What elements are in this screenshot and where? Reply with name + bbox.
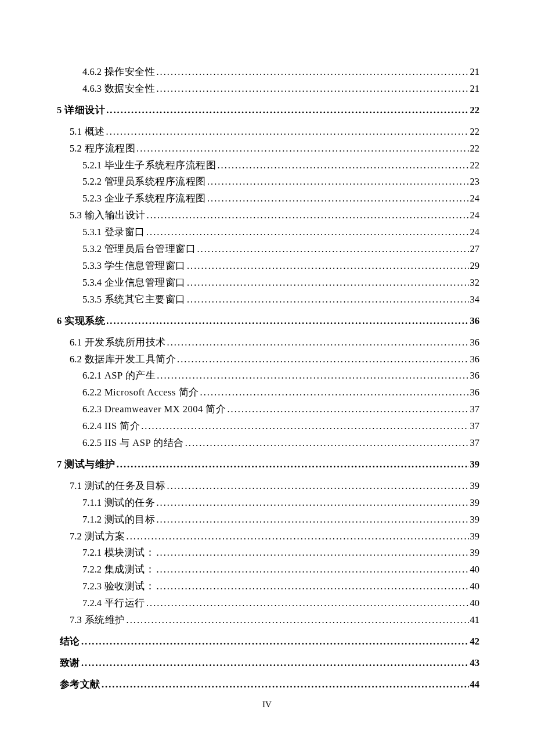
- toc-entry-number: 6.2: [70, 352, 82, 366]
- toc-entry-number: 6.2.2: [82, 386, 102, 399]
- toc-entry-title: 数据安全性: [104, 82, 156, 96]
- toc-entry: 4.6.3数据安全性21: [57, 82, 479, 96]
- toc-entry: 5.3.5系统其它主要窗口34: [57, 293, 479, 307]
- toc-entry-title: 测试方案: [85, 530, 125, 543]
- toc-entry-page: 39: [470, 479, 480, 493]
- toc-leader-dots: [217, 159, 468, 172]
- toc-entry: 7.2.4平行运行40: [57, 596, 479, 610]
- toc-leader-dots: [167, 336, 469, 350]
- toc-entry-title: 企业信息管理窗口: [104, 276, 186, 290]
- toc-leader-dots: [127, 613, 469, 627]
- toc-entry: 6.2.4IIS 简介37: [57, 419, 479, 433]
- toc-leader-dots: [146, 596, 469, 610]
- toc-entry-title: 验收测试：: [104, 579, 156, 593]
- toc-entry-page: 37: [470, 402, 480, 416]
- toc-leader-dots: [185, 436, 469, 450]
- toc-leader-dots: [207, 192, 469, 206]
- toc-entry: 5.3.2管理员后台管理窗口27: [57, 242, 479, 256]
- toc-leader-dots: [197, 242, 468, 256]
- toc-entry-number: 7.2.3: [82, 579, 102, 593]
- toc-entry-page: 22: [470, 142, 480, 156]
- toc-entry: 7.2.2集成测试：40: [57, 563, 479, 577]
- toc-entry-number: 4.6.2: [82, 65, 102, 79]
- toc-entry-title: ASP 的产生: [104, 369, 156, 383]
- toc-entry-number: 6.2.3: [82, 402, 102, 416]
- toc-leader-dots: [177, 352, 468, 366]
- toc-leader-dots: [156, 546, 468, 560]
- table-of-contents: 4.6.2操作安全性214.6.3数据安全性215详细设计225.1概述225.…: [57, 65, 479, 692]
- toc-entry-number: 5.3.2: [82, 242, 102, 256]
- toc-entry-page: 36: [470, 369, 480, 383]
- toc-entry-number: 7.1.2: [82, 513, 102, 527]
- toc-entry-page: 22: [470, 159, 480, 172]
- toc-entry-number: 5.3: [70, 208, 82, 222]
- toc-leader-dots: [127, 530, 469, 543]
- toc-entry: 7.2.1模块测试：39: [57, 546, 479, 560]
- toc-gap: [57, 453, 479, 458]
- toc-entry-page: 39: [470, 496, 480, 510]
- toc-entry-title: 详细设计: [64, 103, 105, 117]
- toc-entry-number: 7.2: [70, 530, 82, 543]
- toc-leader-dots: [156, 513, 468, 527]
- toc-entry-page: 24: [470, 225, 480, 239]
- toc-gap: [57, 99, 479, 103]
- toc-leader-dots: [156, 65, 468, 79]
- toc-entry-title: 概述: [85, 125, 105, 139]
- toc-entry-title: 测试的任务: [104, 496, 156, 510]
- toc-gap: [57, 474, 479, 479]
- toc-leader-dots: [141, 419, 468, 433]
- toc-leader-dots: [106, 314, 468, 328]
- toc-entry-title: 开发系统所用技术: [85, 336, 166, 350]
- toc-entry: 5详细设计22: [57, 103, 479, 117]
- toc-entry-number: 4.6.3: [82, 82, 102, 96]
- toc-entry-page: 36: [470, 314, 480, 328]
- toc-entry-page: 21: [470, 82, 480, 96]
- toc-entry-page: 36: [470, 336, 480, 350]
- toc-entry-page: 21: [470, 65, 480, 79]
- toc-entry-page: 37: [470, 419, 480, 433]
- toc-entry-page: 36: [470, 352, 480, 366]
- toc-entry: 6.2.2Microsoft Access 简介36: [57, 386, 479, 399]
- toc-entry-number: 7: [57, 458, 62, 471]
- toc-entry: 6.2.5IIS 与 ASP 的结合37: [57, 436, 479, 450]
- toc-entry-number: 7.2.4: [82, 596, 102, 610]
- toc-entry-title: 实现系统: [64, 314, 105, 328]
- toc-entry-page: 32: [470, 276, 480, 290]
- toc-leader-dots: [157, 369, 468, 383]
- toc-leader-dots: [187, 276, 469, 290]
- toc-entry-title: 系统其它主要窗口: [104, 293, 186, 307]
- toc-entry-title: 管理员后台管理窗口: [104, 242, 196, 256]
- toc-entry-page: 43: [470, 656, 480, 670]
- toc-entry: 7.1.1测试的任务39: [57, 496, 479, 510]
- toc-entry-page: 22: [470, 125, 480, 139]
- toc-entry-number: 6.1: [70, 336, 82, 350]
- toc-gap: [57, 331, 479, 336]
- toc-entry: 4.6.2操作安全性21: [57, 65, 479, 79]
- toc-entry: 5.3.4企业信息管理窗口32: [57, 276, 479, 290]
- toc-entry-title: IIS 简介: [104, 419, 140, 433]
- toc-entry-number: 5.3.1: [82, 225, 102, 239]
- toc-entry-title: 集成测试：: [104, 563, 156, 577]
- toc-leader-dots: [106, 125, 469, 139]
- toc-entry-number: 7.2.2: [82, 563, 102, 577]
- toc-entry-title: 管理员系统程序流程图: [104, 175, 206, 189]
- toc-leader-dots: [227, 402, 468, 416]
- toc-entry-title: 模块测试：: [104, 546, 156, 560]
- toc-leader-dots: [167, 479, 469, 493]
- toc-entry: 7.3系统维护41: [57, 613, 479, 627]
- toc-entry: 5.2程序流程图22: [57, 142, 479, 156]
- toc-leader-dots: [81, 656, 469, 670]
- toc-entry-number: 5.2.1: [82, 159, 102, 172]
- toc-entry-page: 36: [470, 386, 480, 399]
- toc-entry-page: 40: [470, 579, 480, 593]
- toc-entry-title: 程序流程图: [85, 142, 136, 156]
- toc-leader-dots: [187, 259, 469, 273]
- toc-entry: 5.3.1登录窗口24: [57, 225, 479, 239]
- toc-leader-dots: [156, 563, 468, 577]
- toc-leader-dots: [147, 208, 469, 222]
- toc-entry: 6实现系统36: [57, 314, 479, 328]
- toc-entry-title: 测试的任务及目标: [85, 479, 166, 493]
- toc-entry-number: 5.3.3: [82, 259, 102, 273]
- toc-leader-dots: [146, 225, 469, 239]
- toc-entry-title: 数据库开发工具简介: [85, 352, 176, 366]
